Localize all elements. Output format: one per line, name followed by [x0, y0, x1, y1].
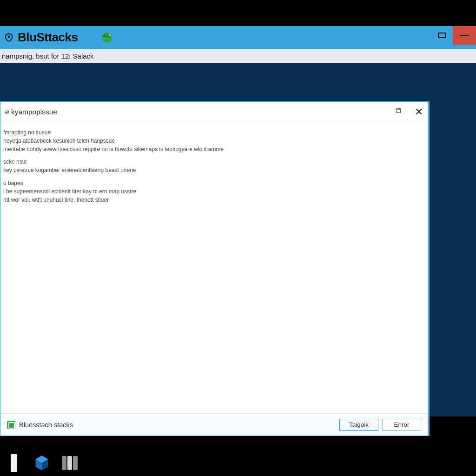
dialog-body-line: key pyretrce kogamber enienetcentfiieng … — [3, 166, 425, 174]
taskbar-item-1[interactable] — [4, 453, 24, 473]
taskbar — [0, 450, 476, 476]
dialog-close-icon[interactable]: ✕ — [415, 106, 423, 118]
titlebar: BluSttacks — [0, 26, 476, 49]
toolbar: nampsnig, bsut for 12ı Salack — [0, 49, 476, 63]
pin-icon[interactable] — [395, 108, 402, 116]
taskbar-item-2[interactable] — [32, 453, 52, 473]
bluestacks-logo-icon — [3, 32, 15, 44]
taskbar-item-3[interactable] — [60, 453, 80, 473]
window-controls — [431, 26, 476, 45]
dialog-title-text: e kyampopissue — [5, 108, 57, 116]
dialog-body-line: ntt wor vou wtt't unuhuci tine. thenott … — [3, 196, 425, 204]
dialog-body-line: i be supeersensmil ecnienit titer kay tc… — [3, 188, 425, 196]
brand-text: BluSttacks — [18, 30, 78, 45]
dialog-titlebar: e kyampopissue ✕ — [0, 102, 428, 122]
dialog-body: fmrapting no susueneyetja atobaebeck kes… — [0, 122, 428, 413]
dialog-window: e kyampopissue ✕ fmrapting no susueneyet… — [0, 101, 430, 436]
dialog-footer-label: Bluesstach stacks — [19, 421, 73, 429]
bluestacks-footer-icon — [7, 421, 15, 429]
dialog-body-line: neyetja atobaebeck kesunioh telen hanpss… — [3, 137, 425, 145]
brand: BluSttacks — [0, 30, 78, 45]
dialog-body-line: scke nsut — [3, 158, 425, 166]
dialog-footer: Bluesstach stacks Taigoik Enror — [0, 413, 428, 436]
toolbar-text: nampsnig, bsut for 12ı Salack — [2, 52, 94, 60]
dialog-body-line: o bapes — [3, 179, 425, 187]
dialog-secondary-button[interactable]: Enror — [382, 419, 421, 431]
dialog-body-line: mentabe bohdy avewrtsesicusc reppire no … — [3, 145, 425, 153]
globe-icon[interactable] — [101, 32, 113, 44]
dialog-primary-button[interactable]: Taigoik — [339, 419, 378, 431]
dialog-body-line: fmrapting no susue — [3, 129, 425, 137]
close-button[interactable] — [453, 26, 476, 45]
maximize-button[interactable] — [431, 26, 453, 45]
svg-point-0 — [8, 35, 10, 38]
